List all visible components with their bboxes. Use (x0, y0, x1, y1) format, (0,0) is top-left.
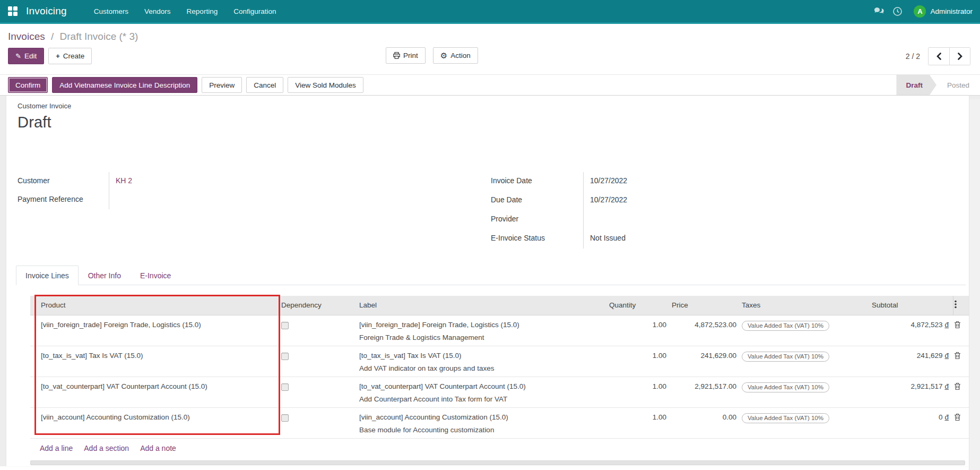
column-header-quantity[interactable]: Quantity (608, 296, 671, 315)
vertical-scrollbar[interactable] (969, 99, 980, 470)
column-header-taxes[interactable]: Taxes (741, 296, 871, 315)
add-a-line-link[interactable]: Add a line (40, 444, 73, 452)
tab-other-info[interactable]: Other Info (79, 266, 131, 285)
left-actions: ✎ Edit + Create (8, 48, 92, 64)
customer-value[interactable]: KH 2 (116, 176, 132, 185)
page-title: Draft (6, 110, 969, 131)
quantity-cell[interactable]: 1.00 (608, 377, 671, 407)
menu-customers[interactable]: Customers (86, 0, 136, 23)
label-cell[interactable]: [to_vat_counterpart] VAT Counterpart Acc… (358, 377, 608, 407)
activities-icon[interactable] (888, 0, 906, 23)
dependency-checkbox[interactable] (281, 383, 289, 391)
print-button[interactable]: Print (386, 47, 426, 64)
dependency-checkbox[interactable] (281, 322, 289, 329)
delete-row-button[interactable] (954, 382, 961, 390)
quantity-cell[interactable]: 1.00 (608, 407, 671, 438)
taxes-cell[interactable]: Value Added Tax (VAT) 10% (741, 315, 871, 346)
menu-configuration[interactable]: Configuration (226, 0, 284, 23)
product-cell[interactable]: [to_tax_is_vat] Tax Is VAT (15.0) (40, 346, 280, 377)
provider-value[interactable] (584, 210, 809, 229)
column-header-subtotal[interactable]: Subtotal (871, 296, 953, 315)
dependency-checkbox[interactable] (281, 353, 289, 360)
messages-icon[interactable] (870, 0, 888, 23)
add-vietnamese-description-button[interactable]: Add Vietnamese Invoice Line Description (52, 77, 197, 93)
right-field-labels: Invoice Date Due Date Provider E-Invoice… (491, 172, 583, 249)
edit-button-label: Edit (24, 52, 37, 60)
cancel-button[interactable]: Cancel (246, 77, 283, 93)
column-header-label[interactable]: Label (358, 296, 608, 315)
product-cell[interactable]: [viin_foreign_trade] Foreign Trade, Logi… (40, 315, 280, 346)
gear-icon: ⚙ (440, 52, 447, 59)
label-line-1: [viin_account] Accounting Customization … (359, 413, 604, 421)
chevron-left-icon (936, 53, 941, 60)
label-line-2: Foreign Trade & Logistics Management (359, 334, 604, 341)
taxes-cell[interactable]: Value Added Tax (VAT) 10% (741, 346, 871, 377)
column-header-dependency[interactable]: Dependency (280, 296, 358, 315)
taxes-cell[interactable]: Value Added Tax (VAT) 10% (741, 407, 871, 438)
preview-button[interactable]: Preview (202, 77, 242, 93)
status-posted[interactable]: Posted (936, 75, 980, 95)
table-row[interactable]: [to_vat_counterpart] VAT Counterpart Acc… (30, 377, 969, 407)
table-row[interactable]: [viin_account] Accounting Customization … (30, 407, 969, 438)
action-button-label: Action (450, 52, 471, 59)
price-cell[interactable]: 2,921,517.00 (671, 377, 741, 407)
tab-e-invoice[interactable]: E-Invoice (131, 266, 180, 285)
apps-menu-icon[interactable] (6, 5, 19, 18)
invoice-date-value[interactable]: 10/27/2022 (584, 172, 809, 191)
product-cell[interactable]: [viin_account] Accounting Customization … (40, 407, 280, 438)
edit-button[interactable]: ✎ Edit (8, 48, 44, 64)
pencil-icon: ✎ (15, 53, 21, 59)
invoice-lines-table: Product Dependency Label Quantity Price … (30, 296, 969, 439)
tax-badge: Value Added Tax (VAT) 10% (742, 413, 829, 423)
tab-invoice-lines[interactable]: Invoice Lines (16, 266, 79, 285)
app-name[interactable]: Invoicing (26, 5, 67, 17)
invoice-form-sheet: Customer Invoice Draft Customer Payment … (6, 96, 969, 466)
dependency-cell (280, 346, 358, 377)
menu-reporting[interactable]: Reporting (179, 0, 226, 23)
add-a-section-link[interactable]: Add a section (84, 444, 129, 452)
label-cell[interactable]: [viin_foreign_trade] Foreign Trade, Logi… (358, 315, 608, 346)
delete-row-button[interactable] (954, 413, 961, 421)
price-cell[interactable]: 4,872,523.00 (671, 315, 741, 346)
right-field-values: 10/27/2022 10/27/2022 Not Issued (583, 172, 809, 249)
label-cell[interactable]: [viin_account] Accounting Customization … (358, 407, 608, 438)
statusbar: Confirm Add Vietnamese Invoice Line Desc… (0, 74, 980, 96)
create-button[interactable]: + Create (48, 48, 92, 64)
pager-next-button[interactable] (949, 48, 970, 65)
table-row[interactable]: [viin_foreign_trade] Foreign Trade, Logi… (30, 315, 969, 346)
table-row[interactable]: [to_tax_is_vat] Tax Is VAT (15.0) [to_ta… (30, 346, 969, 377)
subtotal-cell: 241,629đ (871, 346, 953, 377)
dependency-checkbox[interactable] (281, 414, 289, 422)
column-header-product[interactable]: Product (40, 296, 280, 315)
user-name[interactable]: Administrator (930, 7, 973, 15)
add-a-note-link[interactable]: Add a note (140, 444, 176, 452)
breadcrumb-invoices-link[interactable]: Invoices (8, 31, 45, 42)
label-line-2: Base module for Accounting customization (359, 426, 604, 434)
pager-previous-button[interactable] (929, 48, 949, 65)
table-header-row: Product Dependency Label Quantity Price … (30, 296, 969, 315)
action-button[interactable]: ⚙ Action (433, 47, 478, 64)
quantity-cell[interactable]: 1.00 (608, 315, 671, 346)
delete-row-button[interactable] (954, 352, 961, 360)
status-draft[interactable]: Draft (896, 75, 936, 95)
price-cell[interactable]: 241,629.00 (671, 346, 741, 377)
optional-columns-toggle[interactable] (953, 296, 969, 315)
delete-row-button[interactable] (954, 321, 961, 329)
menu-vendors[interactable]: Vendors (136, 0, 179, 23)
product-cell[interactable]: [to_vat_counterpart] VAT Counterpart Acc… (40, 377, 280, 407)
view-sold-modules-button[interactable]: View Sold Modules (288, 77, 363, 93)
column-header-price[interactable]: Price (671, 296, 741, 315)
center-actions: Print ⚙ Action (386, 47, 478, 64)
subtotal-cell: 0đ (871, 407, 953, 438)
quantity-cell[interactable]: 1.00 (608, 346, 671, 377)
taxes-cell[interactable]: Value Added Tax (VAT) 10% (741, 377, 871, 407)
invoice-lines-zone: Product Dependency Label Quantity Price … (30, 296, 966, 465)
horizontal-scrollbar[interactable] (30, 460, 965, 465)
confirm-button[interactable]: Confirm (8, 77, 48, 93)
due-date-value[interactable]: 10/27/2022 (584, 191, 809, 210)
subtotal-amount: 0 (939, 413, 943, 421)
user-avatar[interactable]: A (914, 5, 926, 18)
payment-reference-value[interactable] (109, 191, 357, 209)
price-cell[interactable]: 0.00 (671, 407, 741, 438)
label-cell[interactable]: [to_tax_is_vat] Tax Is VAT (15.0) Add VA… (358, 346, 608, 377)
